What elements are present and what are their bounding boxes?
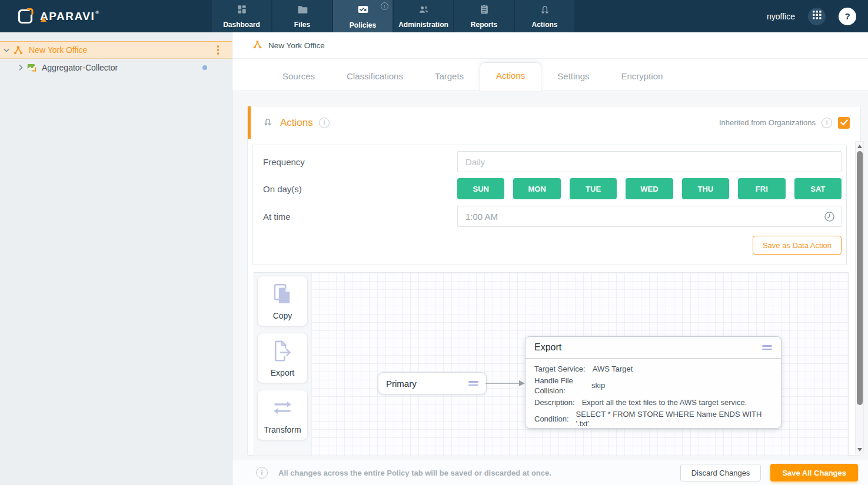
chevron-right-icon[interactable] bbox=[14, 65, 27, 71]
drag-handle-icon[interactable] bbox=[468, 381, 478, 386]
dashboard-icon bbox=[236, 4, 248, 18]
inherited-checkbox[interactable] bbox=[838, 117, 850, 129]
node-palette: Copy Export bbox=[254, 273, 311, 456]
day-button-sun[interactable]: SUN bbox=[457, 178, 504, 199]
breadcrumb-label: New York Office bbox=[268, 41, 325, 50]
inherited-label: Inherited from Organizations bbox=[719, 118, 816, 127]
people-icon bbox=[418, 4, 430, 18]
apps-grid-button[interactable] bbox=[808, 8, 826, 25]
scrollbar-thumb[interactable] bbox=[857, 151, 863, 405]
tab-actions[interactable]: Actions bbox=[480, 62, 541, 91]
scroll-up-arrow[interactable] bbox=[856, 142, 863, 150]
palette-item-transform[interactable]: Transform bbox=[257, 390, 308, 440]
nav-item-dashboard[interactable]: Dashboard bbox=[212, 0, 271, 32]
aparavi-logo: APARAVI® bbox=[0, 0, 212, 32]
save-discard-footer: i All changes across the entire Policy t… bbox=[232, 460, 868, 485]
info-icon: i bbox=[256, 467, 268, 479]
export-node[interactable]: Export Target Service: AWS Target Handle… bbox=[525, 336, 781, 429]
tree-item-label: Aggregator-Collector bbox=[42, 63, 118, 72]
aggregator-collector-icon bbox=[27, 63, 36, 72]
brand-name: APARAVI® bbox=[40, 10, 100, 23]
export-row-handle-file-collision: Handle File Collision: skip bbox=[534, 376, 772, 396]
policy-tabs: Sources Classifications Targets Actions … bbox=[232, 59, 868, 91]
tree-item-aggregator-collector[interactable]: Aggregator-Collector bbox=[0, 59, 232, 76]
day-button-mon[interactable]: MON bbox=[513, 178, 560, 199]
inherited-from-organizations: Inherited from Organizations i bbox=[719, 117, 850, 129]
chevron-down-icon[interactable] bbox=[0, 48, 13, 52]
main-content: New York Office Sources Classifications … bbox=[232, 32, 868, 485]
info-icon[interactable]: i bbox=[319, 118, 330, 128]
day-button-sat[interactable]: SAT bbox=[794, 178, 842, 199]
export-row-target-service: Target Service: AWS Target bbox=[534, 364, 772, 374]
clipboard-icon bbox=[478, 4, 490, 18]
organization-icon bbox=[252, 39, 262, 52]
actions-panel-header: Actions i Inherited from Organizations i bbox=[248, 106, 860, 139]
help-button[interactable]: ? bbox=[839, 8, 856, 25]
topbar-right: nyoffice ? bbox=[767, 0, 868, 32]
policies-info-badge-icon: i bbox=[381, 2, 388, 10]
nav-item-files[interactable]: Files bbox=[272, 0, 332, 32]
nav-item-reports[interactable]: Reports bbox=[454, 0, 514, 32]
info-icon[interactable]: i bbox=[822, 118, 832, 128]
nav-item-administration[interactable]: Administration bbox=[394, 0, 453, 32]
status-dot bbox=[202, 65, 207, 70]
connector-arrow bbox=[485, 379, 527, 388]
panel-title: Actions bbox=[280, 117, 313, 129]
frequency-input[interactable] bbox=[457, 151, 842, 172]
main-nav: Dashboard Files i Policies bbox=[212, 0, 574, 32]
frequency-row: Frequency bbox=[263, 151, 842, 172]
nav-item-actions[interactable]: Actions bbox=[515, 0, 574, 32]
current-user-label: nyoffice bbox=[767, 12, 795, 21]
brand-accent-wedge bbox=[41, 17, 46, 22]
save-action-row: Save as Data Action bbox=[263, 236, 842, 255]
save-all-changes-button[interactable]: Save All Changes bbox=[770, 464, 858, 481]
export-icon bbox=[270, 339, 295, 366]
nav-item-policies[interactable]: i Policies bbox=[333, 0, 393, 32]
folder-icon bbox=[297, 4, 308, 18]
frequency-label: Frequency bbox=[263, 157, 457, 167]
tree-item-new-york-office[interactable]: New York Office bbox=[0, 41, 232, 59]
discard-changes-button[interactable]: Discard Changes bbox=[680, 464, 761, 481]
export-row-condition: Condition: SELECT * FROM STORE WHERE Nam… bbox=[534, 410, 772, 429]
copy-icon bbox=[270, 282, 295, 309]
actions-panel: Actions i Inherited from Organizations i… bbox=[247, 106, 861, 456]
actions-shuffle-icon bbox=[539, 4, 551, 18]
tab-classifications[interactable]: Classifications bbox=[331, 62, 419, 91]
day-buttons: SUN MON TUE WED THU FRI SAT bbox=[457, 178, 842, 199]
tree-item-label: New York Office bbox=[29, 45, 87, 55]
apps-grid-icon bbox=[813, 11, 822, 22]
days-row: On day(s) SUN MON TUE WED THU FRI SAT bbox=[263, 178, 842, 199]
day-button-wed[interactable]: WED bbox=[626, 178, 673, 199]
days-label: On day(s) bbox=[263, 184, 457, 194]
day-button-fri[interactable]: FRI bbox=[738, 178, 785, 199]
scroll-down-arrow[interactable] bbox=[856, 446, 863, 453]
day-button-thu[interactable]: THU bbox=[682, 178, 729, 199]
clock-icon[interactable] bbox=[824, 211, 835, 222]
flow-designer: Copy Export bbox=[254, 272, 849, 456]
kebab-menu-icon[interactable] bbox=[217, 45, 220, 55]
tab-targets[interactable]: Targets bbox=[419, 62, 480, 91]
organization-icon bbox=[13, 45, 24, 55]
schedule-form: Frequency On day(s) SUN MON TUE WED THU bbox=[252, 145, 847, 265]
tab-settings[interactable]: Settings bbox=[541, 62, 605, 91]
palette-item-export[interactable]: Export bbox=[257, 333, 308, 383]
flow-canvas[interactable]: Primary Export bbox=[311, 273, 848, 456]
time-input[interactable] bbox=[457, 206, 842, 227]
top-navigation-bar: APARAVI® Dashboard Files i bbox=[0, 0, 868, 32]
tab-encryption[interactable]: Encryption bbox=[606, 62, 679, 91]
transform-icon bbox=[270, 396, 295, 423]
breadcrumb: New York Office bbox=[232, 32, 868, 59]
save-as-data-action-button[interactable]: Save as Data Action bbox=[753, 236, 842, 255]
vertical-scrollbar[interactable] bbox=[855, 141, 864, 454]
policies-icon bbox=[357, 3, 370, 18]
day-button-tue[interactable]: TUE bbox=[570, 178, 617, 199]
org-tree-sidebar: New York Office Aggregator-Collector bbox=[0, 32, 232, 485]
drag-handle-icon[interactable] bbox=[762, 345, 772, 350]
primary-node[interactable]: Primary bbox=[378, 372, 487, 394]
help-icon: ? bbox=[844, 11, 850, 21]
aparavi-logo-icon bbox=[16, 8, 34, 25]
export-node-body: Target Service: AWS Target Handle File C… bbox=[526, 359, 781, 429]
actions-tab-content: Actions i Inherited from Organizations i… bbox=[232, 91, 868, 460]
tab-sources[interactable]: Sources bbox=[267, 62, 331, 91]
palette-item-copy[interactable]: Copy bbox=[257, 276, 308, 326]
